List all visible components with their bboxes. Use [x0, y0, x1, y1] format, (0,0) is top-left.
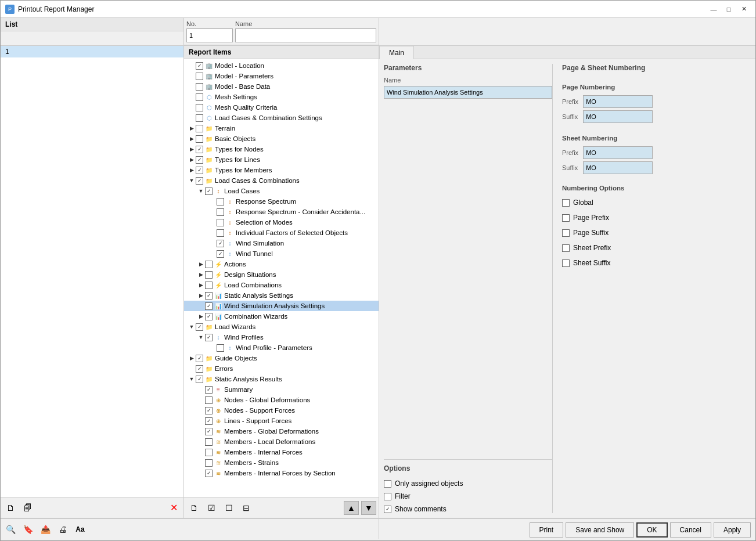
checkbox-sheet-prefix[interactable] — [562, 244, 570, 252]
report-filter-button[interactable]: ⊟ — [239, 501, 254, 515]
expander-combination-wizards[interactable]: ▶ — [197, 312, 205, 320]
checkbox-design-situations[interactable] — [205, 271, 213, 279]
tree-item-wind-profiles[interactable]: ▼ ↕ Wind Profiles — [184, 332, 379, 342]
checkbox-types-members[interactable] — [196, 167, 203, 174]
checkbox-wind-sim-analysis[interactable] — [205, 302, 213, 310]
tree-item-terrain[interactable]: ▶ 📁 Terrain — [184, 123, 379, 134]
checkbox-combination-wizards[interactable] — [205, 313, 213, 320]
page-prefix-input[interactable] — [583, 95, 653, 108]
expander[interactable] — [197, 427, 205, 435]
tree-item-individual-factors[interactable]: ↕ Individual Factors of Selected Objects — [184, 228, 379, 238]
bookmark-button[interactable]: 🔖 — [20, 522, 35, 536]
name-input[interactable] — [235, 28, 376, 42]
checkbox-lines-support-forces[interactable] — [205, 417, 213, 425]
checkbox-basic-objects[interactable] — [196, 135, 203, 143]
checkbox-members-global-def[interactable] — [205, 428, 213, 435]
tree-item-combination-wizards[interactable]: ▶ 📊 Combination Wizards — [184, 311, 379, 322]
tree-item-wind-tunnel[interactable]: ↕ Wind Tunnel — [184, 248, 379, 259]
checkbox-load-cases-combo-settings[interactable] — [196, 114, 203, 122]
tab-main[interactable]: Main — [379, 46, 414, 59]
checkbox-members-local-def[interactable] — [205, 438, 213, 446]
checkbox-actions[interactable] — [205, 261, 213, 268]
expander[interactable] — [188, 114, 196, 122]
checkbox-page-prefix[interactable] — [562, 214, 570, 222]
tree-item-static-analysis-results[interactable]: ▼ 📁 Static Analysis Results — [184, 374, 379, 384]
page-suffix-input[interactable] — [583, 110, 653, 123]
checkbox-load-cases[interactable] — [205, 187, 213, 195]
checkbox-individual-factors[interactable] — [217, 229, 224, 237]
expander[interactable] — [208, 197, 217, 205]
checkbox-members-internal-forces-section[interactable] — [205, 470, 213, 477]
checkbox-global[interactable] — [562, 199, 570, 207]
expander[interactable] — [197, 302, 205, 310]
tree-item-load-cases-combinations[interactable]: ▼ 📁 Load Cases & Combinations — [184, 175, 379, 186]
checkbox-members-strains[interactable] — [205, 459, 213, 467]
checkbox-load-cases-combinations[interactable] — [196, 177, 203, 185]
checkbox-types-nodes[interactable] — [196, 146, 203, 153]
checkbox-guide-objects[interactable] — [196, 355, 203, 362]
expander-guide-objects[interactable]: ▶ — [188, 354, 196, 362]
expander-terrain[interactable]: ▶ — [188, 124, 196, 132]
expander[interactable] — [188, 93, 196, 101]
expander-load-wizards[interactable]: ▼ — [188, 323, 196, 331]
checkbox-show-comments[interactable] — [384, 506, 391, 513]
tree-item-load-cases-combo-settings[interactable]: ⬡ Load Cases & Combination Settings — [184, 113, 379, 123]
expander-types-lines[interactable]: ▶ — [188, 156, 196, 164]
expander-load-cases[interactable]: ▼ — [197, 187, 205, 195]
checkbox-nodes-support-forces[interactable] — [205, 407, 213, 414]
expander[interactable] — [197, 396, 205, 404]
tree-item-lines-support-forces[interactable]: ⊕ Lines - Support Forces — [184, 416, 379, 426]
checkbox-members-internal-forces[interactable] — [205, 449, 213, 456]
expander[interactable] — [208, 229, 217, 237]
expander[interactable] — [188, 82, 196, 91]
checkbox-response-spectrum[interactable] — [217, 198, 224, 205]
tree-item-load-wizards[interactable]: ▼ 📁 Load Wizards — [184, 322, 379, 332]
print-icon-button[interactable]: 🖨 — [55, 522, 70, 536]
checkbox-page-suffix[interactable] — [562, 229, 570, 237]
tree-item-model-base-data[interactable]: 🏢 Model - Base Data — [184, 81, 379, 92]
tree-item-load-cases[interactable]: ▼ ↕ Load Cases — [184, 186, 379, 196]
expander[interactable] — [188, 365, 196, 373]
expander-actions[interactable]: ▶ — [197, 260, 205, 268]
expander-wind-profiles[interactable]: ▼ — [197, 333, 205, 341]
checkbox-wind-simulation[interactable] — [217, 240, 224, 247]
tree-item-members-strains[interactable]: ≋ Members - Strains — [184, 457, 379, 468]
scroll-down-button[interactable]: ▼ — [361, 501, 376, 515]
expander[interactable] — [197, 438, 205, 446]
expander[interactable] — [208, 208, 217, 216]
expander-load-combinations[interactable]: ▶ — [197, 281, 205, 289]
tree-item-static-analysis-settings[interactable]: ▶ 📊 Static Analysis Settings — [184, 290, 379, 301]
checkbox-model-base-data[interactable] — [196, 83, 203, 91]
checkbox-wind-profile-parameters[interactable] — [217, 344, 224, 352]
tree-item-members-internal-forces[interactable]: ≋ Members - Internal Forces — [184, 447, 379, 457]
tree-item-guide-objects[interactable]: ▶ 📁 Guide Objects — [184, 353, 379, 363]
expander[interactable] — [208, 344, 217, 352]
checkbox-static-analysis[interactable] — [205, 292, 213, 300]
expander-static-results[interactable]: ▼ — [188, 375, 196, 383]
tree-item-errors[interactable]: 📁 Errors — [184, 363, 379, 374]
checkbox-errors[interactable] — [196, 365, 203, 373]
checkbox-types-lines[interactable] — [196, 156, 203, 164]
report-new-button[interactable]: 🗋 — [186, 501, 201, 515]
checkbox-wind-profiles[interactable] — [205, 334, 213, 341]
checkbox-only-assigned[interactable] — [384, 480, 391, 488]
tree-item-actions[interactable]: ▶ ⚡ Actions — [184, 259, 379, 269]
checkbox-load-wizards[interactable] — [196, 323, 203, 331]
checkbox-mesh-quality[interactable] — [196, 104, 203, 111]
list-copy-button[interactable]: 🗐 — [20, 501, 35, 515]
expander[interactable] — [188, 103, 196, 111]
sheet-suffix-input[interactable] — [583, 161, 653, 174]
tree-item-mesh-settings[interactable]: ⬡ Mesh Settings — [184, 92, 379, 102]
checkbox-sheet-suffix[interactable] — [562, 259, 570, 267]
maximize-button[interactable]: □ — [722, 3, 736, 15]
tree-item-basic-objects[interactable]: ▶ 📁 Basic Objects — [184, 134, 379, 144]
tree-item-response-spectrum-accidental[interactable]: ↕ Response Spectrum - Consider Accidenta… — [184, 207, 379, 217]
expander[interactable] — [208, 250, 217, 258]
expander-basic-objects[interactable]: ▶ — [188, 135, 196, 143]
export-button[interactable]: 📤 — [38, 522, 53, 536]
tree-item-summary[interactable]: ≡ Summary — [184, 384, 379, 395]
checkbox-model-location[interactable] — [196, 62, 203, 70]
scroll-up-button[interactable]: ▲ — [344, 501, 359, 515]
no-input[interactable] — [186, 28, 233, 42]
tree-item-types-for-lines[interactable]: ▶ 📁 Types for Lines — [184, 154, 379, 165]
